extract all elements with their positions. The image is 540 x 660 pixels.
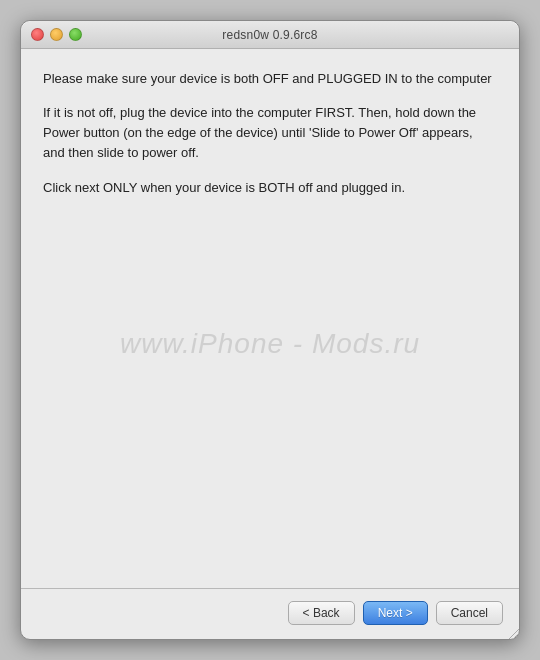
instruction-paragraph-3: Click next ONLY when your device is BOTH… (43, 178, 497, 198)
footer: < Back Next > Cancel (21, 588, 519, 639)
maximize-button[interactable] (69, 28, 82, 41)
main-body: Please make sure your device is both OFF… (21, 49, 519, 639)
next-button[interactable]: Next > (363, 601, 428, 625)
button-row: < Back Next > Cancel (21, 601, 519, 639)
traffic-lights (31, 28, 82, 41)
instruction-paragraph-1: Please make sure your device is both OFF… (43, 69, 497, 89)
instruction-paragraph-2: If it is not off, plug the device into t… (43, 103, 497, 163)
minimize-button[interactable] (50, 28, 63, 41)
svg-line-2 (517, 637, 519, 639)
instructions: Please make sure your device is both OFF… (43, 69, 497, 573)
titlebar: redsn0w 0.9.6rc8 (21, 21, 519, 49)
cancel-button[interactable]: Cancel (436, 601, 503, 625)
app-window: redsn0w 0.9.6rc8 Please make sure your d… (20, 20, 520, 640)
window-title: redsn0w 0.9.6rc8 (222, 28, 317, 42)
resize-icon (505, 625, 519, 639)
close-button[interactable] (31, 28, 44, 41)
footer-divider (21, 588, 519, 589)
resize-handle[interactable] (505, 625, 519, 639)
content-area: Please make sure your device is both OFF… (21, 49, 519, 588)
back-button[interactable]: < Back (288, 601, 355, 625)
